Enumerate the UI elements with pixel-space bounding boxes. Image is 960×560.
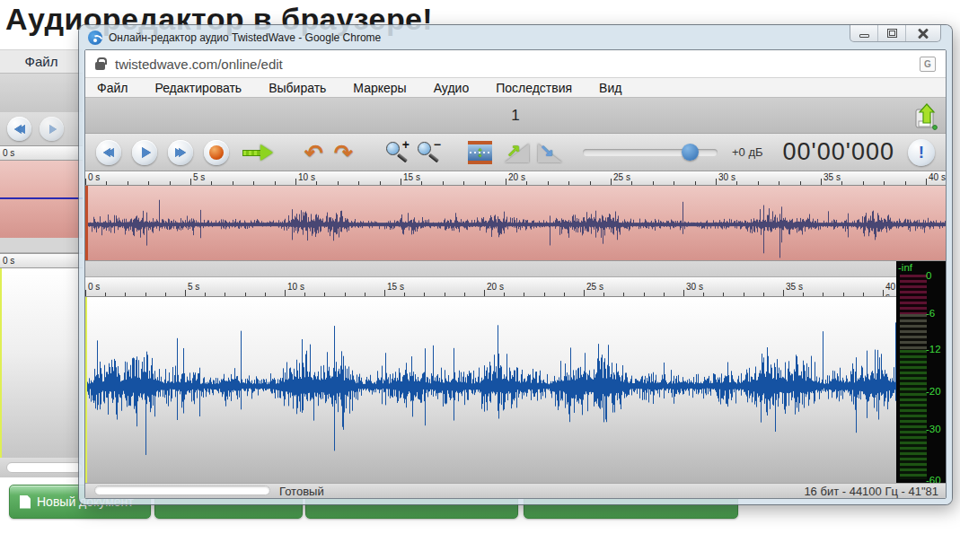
ramp-down-button[interactable]: ↘ — [538, 142, 562, 162]
meter-zone-red — [900, 275, 927, 314]
ruler-label: 20 s — [508, 172, 525, 182]
export-button[interactable] — [913, 101, 940, 130]
ruler-tick — [148, 181, 149, 185]
menu-item-effects[interactable]: Последствия — [496, 81, 572, 95]
maximize-icon — [887, 29, 897, 38]
forward-button[interactable] — [168, 140, 193, 165]
rewind-icon — [18, 125, 25, 134]
document-tabbar: 1 — [85, 98, 946, 134]
meter-scale-label: -12 — [926, 344, 941, 354]
translate-icon[interactable]: G — [920, 57, 936, 72]
ruler-tick — [358, 181, 359, 185]
close-button[interactable] — [906, 25, 940, 41]
ruler-tick — [345, 293, 346, 296]
background-menu-item-file[interactable]: Файл — [0, 49, 83, 74]
address-bar[interactable]: twistedwave.com/online/edit G — [85, 50, 946, 78]
ruler-label: 35 s — [823, 172, 841, 182]
arrow-right-icon — [242, 150, 261, 156]
zoom-out-button[interactable]: − — [417, 140, 441, 164]
play-icon — [49, 125, 57, 134]
zoom-in-button[interactable]: + — [385, 140, 410, 164]
overview-waveform[interactable] — [85, 186, 946, 261]
ruler-tick — [504, 293, 505, 296]
ruler-tick — [245, 293, 246, 296]
menu-item-edit[interactable]: Редактировать — [154, 81, 242, 95]
ruler-tick — [185, 290, 186, 296]
ruler-tick — [526, 181, 527, 185]
ruler-tick — [485, 181, 486, 185]
main-waveform[interactable] — [85, 297, 896, 483]
overview-ruler[interactable]: 0 s5 s10 s15 s20 s25 s30 s35 s40 s — [85, 171, 946, 186]
play-button[interactable] — [132, 140, 157, 165]
ruler-tick — [736, 181, 737, 185]
url-text[interactable]: twistedwave.com/online/edit — [115, 57, 910, 72]
undo-button[interactable]: ↶ — [304, 142, 323, 163]
alert-button[interactable]: ! — [908, 139, 935, 166]
progress-bar — [94, 486, 270, 495]
arrow-right-button[interactable] — [242, 144, 274, 161]
ruler-tick — [823, 293, 823, 296]
redo-button[interactable]: ↷ — [334, 142, 353, 163]
menu-item-select[interactable]: Выбирать — [269, 81, 326, 95]
menu-item-audio[interactable]: Аудио — [434, 81, 470, 95]
app-menubar: Файл Редактировать Выбирать Маркеры Ауди… — [85, 78, 946, 98]
rewind-button[interactable] — [7, 117, 31, 141]
rewind-button[interactable] — [96, 140, 121, 165]
ruler-tick — [484, 290, 485, 296]
play-button[interactable] — [40, 117, 64, 141]
minimize-button[interactable] — [850, 25, 878, 41]
ruler-tick — [544, 293, 545, 296]
twistedwave-logo-icon — [88, 31, 102, 45]
zoom-in-icon — [386, 142, 400, 155]
menu-item-view[interactable]: Вид — [599, 81, 621, 95]
gain-slider[interactable] — [583, 144, 718, 161]
ruler-tick — [723, 293, 724, 296]
menu-item-file[interactable]: Файл — [97, 81, 128, 95]
record-button[interactable] — [204, 140, 229, 165]
ramp-up-button[interactable]: ↗ — [505, 142, 529, 162]
time-display: 00'00'000 — [783, 138, 894, 166]
ruler-label: 25 s — [613, 172, 630, 182]
slider-thumb[interactable] — [682, 144, 699, 161]
ruler-tick — [623, 293, 624, 296]
zoom-out-icon — [428, 153, 439, 163]
maximize-button[interactable] — [878, 25, 906, 41]
ruler-tick — [205, 293, 206, 296]
overview-playhead — [85, 186, 88, 260]
vertical-zoom-button[interactable]: ↕ — [468, 141, 492, 164]
arrow-down-right-icon: ↘ — [540, 140, 554, 161]
ruler-tick — [225, 293, 225, 296]
ruler-tick — [843, 293, 844, 296]
main-ruler[interactable]: 0 s5 s10 s15 s20 s25 s30 s35 s40 s — [85, 277, 896, 297]
ruler-tick — [603, 293, 604, 296]
background-toolbar — [0, 74, 83, 112]
window-titlebar[interactable]: Онлайн-редактор аудио TwistedWave - Goog… — [84, 25, 947, 49]
ruler-tick — [783, 290, 784, 296]
menu-item-markers[interactable]: Маркеры — [353, 81, 406, 95]
rewind-icon — [107, 148, 114, 157]
ruler-tick — [165, 293, 166, 296]
ruler-tick — [584, 290, 585, 296]
level-meter: -inf0-6-12-20-30-60 — [896, 261, 946, 483]
close-icon — [918, 28, 929, 39]
ruler-label: 10 s — [298, 172, 315, 182]
document-tab[interactable]: 1 — [511, 107, 519, 125]
ruler-tick — [674, 181, 674, 185]
ruler-tick — [125, 293, 126, 296]
ruler-tick — [384, 290, 385, 296]
ruler-tick — [128, 181, 128, 185]
ruler-tick — [285, 290, 286, 296]
record-icon — [209, 145, 224, 160]
ruler-tick — [763, 293, 764, 296]
background-editor: Файл 0 s 0 s — [0, 49, 83, 477]
ruler-tick — [463, 181, 464, 185]
ruler-tick — [404, 293, 405, 296]
ruler-tick — [233, 181, 233, 185]
background-overview-waveform — [0, 161, 83, 238]
ruler-label: 5 s — [193, 172, 205, 182]
ruler-tick — [884, 181, 885, 185]
ruler-tick — [863, 293, 864, 296]
zoom-in-icon — [397, 153, 408, 163]
ruler-label: 0 s — [88, 172, 100, 182]
meter-scale-label: -inf — [898, 262, 912, 273]
